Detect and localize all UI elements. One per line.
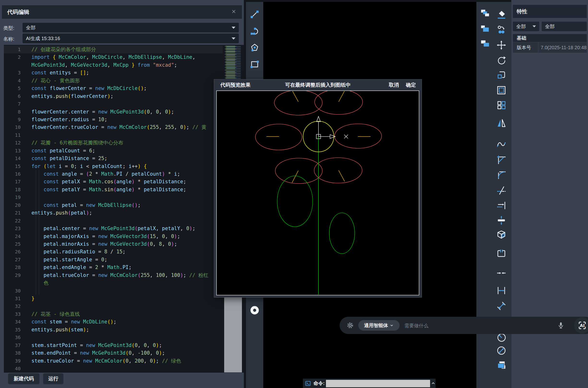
rectangle-icon	[249, 59, 260, 71]
tool-layer-back[interactable]	[480, 39, 490, 50]
indent-guide	[39, 170, 39, 295]
select-rect-icon	[496, 85, 507, 97]
terminal-icon	[305, 380, 311, 388]
petal-ellipse	[275, 158, 322, 184]
code-line: 29 petal.trueColor = new McCmColor(255, …	[4, 271, 223, 279]
offset-icon	[496, 215, 507, 226]
agent-selector[interactable]: 通用智能体	[358, 320, 400, 331]
minimap-scrollbar-thumb[interactable]	[224, 297, 242, 372]
tool-join[interactable]	[496, 268, 507, 279]
tool-array[interactable]	[496, 100, 507, 111]
chevron-down-icon	[390, 323, 394, 328]
name-dropdown-value: AI生成 15:33:16	[26, 35, 60, 42]
tool-layer-front[interactable]	[480, 24, 490, 35]
flower-drawing	[217, 91, 419, 295]
array-icon	[496, 100, 507, 111]
code-line: 35entitys.push(stem);	[4, 326, 223, 334]
command-input[interactable]	[326, 380, 430, 387]
tool-scale[interactable]	[496, 70, 507, 81]
properties-filter-dropdown[interactable]: 全部	[513, 22, 539, 31]
code-line: 24 petal.majorAxis = new McGeVector3d(15…	[4, 233, 223, 240]
leaf-ellipse	[329, 213, 355, 254]
property-value: 7.0(2025-11-18 20:48	[538, 45, 587, 50]
code-line: 22	[4, 217, 223, 225]
close-icon[interactable]	[231, 9, 237, 15]
layer-front-icon	[480, 24, 490, 35]
code-line: 6entitys.push(flowerCenter);	[4, 92, 223, 100]
tool-extrude[interactable]	[496, 230, 507, 241]
tool-rectangle[interactable]	[249, 59, 260, 70]
name-dropdown[interactable]: AI生成 15:33:16	[23, 34, 239, 43]
tool-fillet[interactable]	[496, 170, 507, 180]
type-dropdown-value: 全部	[26, 24, 36, 31]
chevron-up-icon[interactable]	[431, 381, 436, 387]
code-line: 2import { McCmColor, McDbCircle, McDbEll…	[4, 53, 223, 61]
cancel-button[interactable]: 取消	[389, 79, 399, 91]
code-line: 11	[4, 131, 223, 139]
tool-move[interactable]	[496, 40, 507, 51]
type-dropdown[interactable]: 全部	[23, 23, 239, 32]
code-line: 色	[4, 279, 223, 287]
code-line: 26 petal.radiusRatio = 8 / 15;	[4, 248, 223, 256]
tool-chamfer[interactable]	[496, 155, 507, 166]
scale-icon	[496, 70, 507, 81]
code-line: 21entitys.push(petal);	[4, 209, 223, 217]
tool-mirror[interactable]	[496, 118, 507, 129]
chevron-down-icon	[533, 25, 536, 27]
break-icon	[496, 249, 507, 260]
tool-dim-linear[interactable]	[496, 286, 507, 296]
tool-dim-diameter[interactable]	[496, 346, 507, 356]
tool-layers-overlap[interactable]	[480, 9, 490, 19]
ai-capture-button[interactable]: AI	[574, 317, 588, 334]
tool-arc[interactable]	[249, 26, 260, 37]
code-line: 9flowerCenter.radius = 10;	[4, 116, 223, 123]
tool-donut[interactable]	[249, 305, 260, 316]
code-editor[interactable]: 1// 创建花朵的各个组成部分2import { McCmColor, McDb…	[4, 45, 244, 373]
code-line: 16 const angle = (2 * Math.PI / petalCou…	[4, 170, 223, 178]
properties-scope-dropdown[interactable]: 全部	[542, 22, 587, 31]
tool-dim-aligned[interactable]	[496, 301, 507, 312]
code-line: 31}	[4, 295, 223, 302]
preview-canvas[interactable]	[216, 91, 419, 295]
run-button[interactable]: 运行	[43, 373, 63, 384]
tool-offset[interactable]	[496, 216, 507, 226]
code-line: 37stem.startPoint = new McGePoint3d(0, 0…	[4, 341, 223, 349]
ok-button[interactable]: 确定	[406, 79, 416, 91]
ucs-y-arrow	[317, 116, 320, 122]
tool-select-rect[interactable]	[496, 85, 507, 96]
code-line: 27 petal.startAngle = 0;	[4, 256, 223, 264]
code-line: 13const petalCount = 6;	[4, 147, 223, 154]
tool-copy[interactable]	[496, 25, 507, 36]
type-label: 类型:	[3, 25, 14, 31]
code-line: 20 const petal = new McDbEllipse();	[4, 201, 223, 209]
chamfer-icon	[496, 154, 507, 166]
tool-rotate[interactable]	[496, 55, 507, 66]
code-line: 25 petal.minorAxis = new McGeVector3d(0,…	[4, 240, 223, 248]
tool-break[interactable]	[496, 249, 507, 260]
code-line: 18 const petalY = Math.sin(angle) * peta…	[4, 186, 223, 194]
properties-scope-value: 全部	[545, 23, 555, 30]
property-row[interactable]: 版本号 7.0(2025-11-18 20:48	[513, 42, 587, 53]
tool-line[interactable]	[249, 10, 260, 20]
code-editor-panel: 代码编辑 类型: 全部 名称: AI生成 15:33:16 1// 创建花朵的各…	[0, 0, 244, 388]
code-line: 17 const petalX = Math.cos(angle) * peta…	[4, 178, 223, 186]
extend-icon	[496, 200, 507, 212]
tool-trim[interactable]	[496, 186, 507, 196]
microphone-icon[interactable]	[557, 321, 565, 330]
eraser-icon	[496, 9, 507, 21]
code-line: 1// 创建花朵的各个组成部分	[4, 46, 223, 53]
dim-linear-icon	[496, 285, 507, 297]
gear-icon[interactable]	[346, 321, 354, 330]
code-line: 15for (let i = 0; i < petalCount; i++) {	[4, 162, 223, 170]
donut-icon	[249, 305, 260, 316]
ai-prompt-input[interactable]	[404, 317, 549, 335]
chevron-down-icon	[232, 37, 235, 40]
tool-layers[interactable]	[496, 360, 507, 371]
tool-spline[interactable]	[496, 139, 507, 149]
tool-extend[interactable]	[496, 201, 507, 211]
tool-polygon[interactable]	[249, 43, 260, 53]
layer-back-icon	[480, 39, 490, 50]
tool-eraser[interactable]	[496, 10, 507, 20]
code-line: 12// 花瓣 - 6片椭圆形花瓣围绕中心分布	[4, 139, 223, 146]
new-code-button[interactable]: 新建代码	[8, 373, 39, 384]
